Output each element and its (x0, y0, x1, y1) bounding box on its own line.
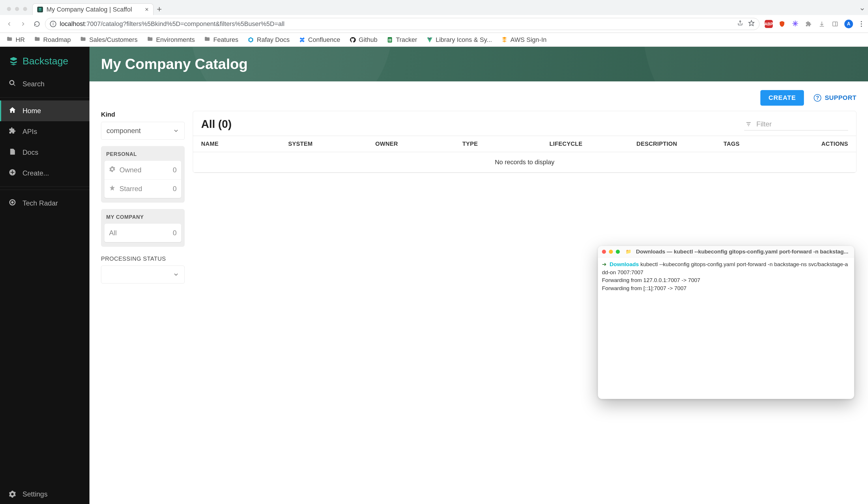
brand-logo[interactable]: Backstage (0, 47, 90, 74)
catalog-table: All (0) NAMESYSTEMOWNERTYPELIFECYCLEDESC… (193, 111, 856, 173)
sidebar-item-label: Create... (22, 169, 49, 177)
terminal-output[interactable]: ➜ Downloads kubectl --kubeconfig gitops-… (598, 257, 854, 399)
bookmark-item[interactable]: Sales/Customers (80, 36, 138, 44)
bookmark-item[interactable]: HR (6, 36, 25, 44)
site-info-icon[interactable]: i (50, 21, 56, 27)
kind-select-value: component (106, 127, 141, 135)
column-header-description[interactable]: DESCRIPTION (637, 141, 724, 147)
tab-list-chevron-icon[interactable] (856, 3, 868, 15)
downloads-icon[interactable] (818, 20, 826, 28)
filter-row-label: Starred (120, 185, 142, 193)
bookmark-item[interactable]: AWS Sign-In (501, 36, 547, 44)
sidebar-item-apis[interactable]: APIs (0, 121, 90, 142)
target-icon (9, 198, 16, 208)
window-traffic-lights (3, 7, 32, 15)
folder-icon (204, 36, 210, 44)
create-button[interactable]: CREATE (761, 90, 804, 106)
address-bar[interactable]: i localhost:7007/catalog?filters%5Bkind%… (45, 18, 760, 30)
terminal-titlebar[interactable]: 📁 Downloads — kubectl --kubeconfig gitop… (598, 246, 854, 257)
page-header: My Company Catalog (90, 47, 868, 81)
tab-close-icon[interactable]: × (145, 6, 148, 13)
gear-icon (9, 491, 16, 498)
extensions-strip: ABP ✳ A (762, 20, 865, 28)
personal-panel-title: PERSONAL (104, 150, 181, 161)
filter-row-starred[interactable]: Starred0 (104, 179, 181, 198)
browser-tab-active[interactable]: My Company Catalog | Scaffol × (32, 3, 154, 15)
nav-forward-button[interactable] (17, 18, 29, 30)
window-close-dot[interactable] (7, 7, 11, 11)
chrome-menu-icon[interactable] (858, 21, 865, 27)
sidebar-item-search[interactable]: Search (0, 74, 90, 94)
extensions-puzzle-icon[interactable] (805, 20, 813, 28)
filter-row-all[interactable]: All0 (104, 224, 181, 242)
column-header-system[interactable]: SYSTEM (288, 141, 375, 147)
bookmark-item[interactable]: Environments (147, 36, 195, 44)
purple-extension-icon[interactable]: ✳ (791, 20, 799, 28)
kind-label: Kind (101, 111, 185, 119)
bookmark-item[interactable]: Tracker (387, 36, 417, 44)
window-max-dot[interactable] (23, 7, 27, 11)
bookmark-label: Library Icons & Sy... (436, 36, 492, 44)
support-link[interactable]: ? SUPPORT (814, 94, 856, 102)
bookmark-item[interactable]: Roadmap (34, 36, 71, 44)
page-actions: CREATE ? SUPPORT (90, 81, 868, 109)
sidebar-item-label: Docs (22, 148, 38, 156)
filter-icon (745, 121, 752, 127)
column-header-type[interactable]: TYPE (462, 141, 549, 147)
abp-extension-icon[interactable]: ABP (765, 20, 773, 28)
sidebar-item-settings[interactable]: Settings (0, 484, 90, 504)
company-panel: MY COMPANY All0 (101, 209, 185, 247)
processing-status-label: PROCESSING STATUS (101, 256, 185, 262)
bookmark-item[interactable]: Rafay Docs (248, 36, 290, 44)
panel-icon[interactable] (831, 20, 839, 28)
terminal-min-dot[interactable] (609, 250, 613, 254)
table-filter-input[interactable] (756, 120, 843, 128)
home-icon (9, 106, 16, 115)
filter-row-label: Owned (120, 166, 142, 174)
filter-row-owned[interactable]: Owned0 (104, 161, 181, 179)
company-panel-title: MY COMPANY (104, 213, 181, 224)
kind-select[interactable]: component (101, 122, 185, 140)
window-min-dot[interactable] (15, 7, 19, 11)
personal-panel: PERSONAL Owned0Starred0 (101, 146, 185, 203)
processing-status-select[interactable] (101, 266, 185, 284)
bookmark-item[interactable]: Github (350, 36, 378, 44)
profile-avatar[interactable]: A (844, 20, 853, 28)
url-text: localhost:7007/catalog?filters%5Bkind%5D… (60, 20, 285, 28)
terminal-max-dot[interactable] (616, 250, 620, 254)
terminal-window[interactable]: 📁 Downloads — kubectl --kubeconfig gitop… (598, 246, 854, 399)
sidebar-item-docs[interactable]: Docs (0, 142, 90, 163)
search-icon (9, 79, 16, 89)
shield-extension-icon[interactable] (778, 20, 786, 28)
bookmark-label: Tracker (396, 36, 417, 44)
column-header-tags[interactable]: TAGS (723, 141, 810, 147)
nav-reload-button[interactable] (31, 18, 43, 30)
column-header-lifecycle[interactable]: LIFECYCLE (549, 141, 637, 147)
folder-icon (80, 36, 86, 44)
column-header-actions[interactable]: ACTIONS (810, 141, 848, 147)
chevron-down-icon (173, 271, 179, 278)
bookmark-item[interactable]: Library Icons & Sy... (426, 36, 492, 44)
nav-back-button[interactable] (3, 18, 15, 30)
sidebar-item-label: Search (22, 80, 44, 88)
column-header-name[interactable]: NAME (201, 141, 288, 147)
help-icon: ? (814, 94, 821, 102)
terminal-close-dot[interactable] (602, 250, 606, 254)
new-tab-button[interactable]: + (154, 3, 165, 15)
sidebar-item-create-[interactable]: Create... (0, 163, 90, 184)
bookmark-item[interactable]: Features (204, 36, 238, 44)
folder-icon (6, 36, 13, 44)
sidebar-item-tech-radar[interactable]: Tech Radar (0, 193, 90, 214)
sidebar-item-home[interactable]: Home (0, 101, 90, 121)
column-header-owner[interactable]: OWNER (375, 141, 462, 147)
bookmark-label: HR (16, 36, 25, 44)
share-icon[interactable] (737, 20, 743, 28)
table-empty-message: No records to display (193, 152, 856, 173)
bookmark-star-icon[interactable] (748, 20, 755, 28)
bookmark-label: Github (359, 36, 378, 44)
bookmark-item[interactable]: Confluence (299, 36, 340, 44)
bookmark-label: Roadmap (43, 36, 71, 44)
bookmark-label: AWS Sign-In (510, 36, 547, 44)
page-title: My Company Catalog (101, 56, 248, 72)
table-filter-field[interactable] (744, 118, 848, 131)
